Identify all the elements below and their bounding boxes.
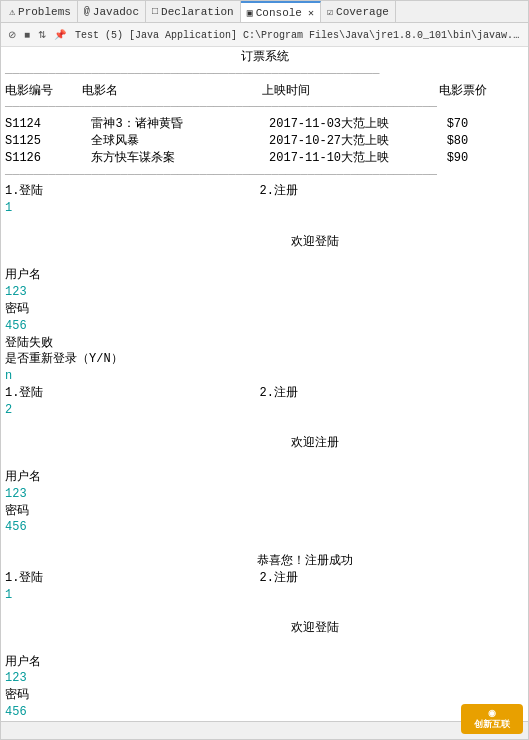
blank2 bbox=[5, 251, 524, 268]
tab-coverage[interactable]: ☑ Coverage bbox=[321, 1, 396, 22]
choice-1a: 1 bbox=[5, 200, 524, 217]
table-top-border: ────────────────────────────────────────… bbox=[5, 99, 524, 116]
problems-icon: ⚠ bbox=[9, 6, 15, 18]
console-title: 订票系统 bbox=[5, 49, 524, 66]
declaration-icon: □ bbox=[152, 6, 158, 17]
status-bar: ◉ 创新互联 bbox=[1, 721, 528, 739]
password-input-3: 456 bbox=[5, 704, 524, 721]
password-label-2: 密码 bbox=[5, 503, 524, 520]
watermark: ◉ 创新互联 bbox=[461, 704, 523, 734]
welcome-login-2: 欢迎登陆 bbox=[5, 620, 524, 637]
username-input-2: 123 bbox=[5, 486, 524, 503]
tab-coverage-label: Coverage bbox=[336, 6, 389, 18]
choice-2: 2 bbox=[5, 402, 524, 419]
movie-row-1: S1124 雷神3：诸神黄昏 2017-11-03大范上映 $70 bbox=[5, 116, 524, 133]
welcome-login-1: 欢迎登陆 bbox=[5, 234, 524, 251]
scroll-lock-button[interactable]: ⇅ bbox=[35, 28, 49, 41]
blank4 bbox=[5, 452, 524, 469]
tab-declaration[interactable]: □ Declaration bbox=[146, 1, 241, 22]
password-label-3: 密码 bbox=[5, 687, 524, 704]
coverage-icon: ☑ bbox=[327, 6, 333, 18]
console-area: 订票系统 ───────────────────────────────────… bbox=[1, 47, 528, 721]
watermark-label: 创新互联 bbox=[474, 718, 510, 731]
tab-problems[interactable]: ⚠ Problems bbox=[3, 1, 78, 22]
tab-bar: ⚠ Problems @ Javadoc □ Declaration ▣ Con… bbox=[1, 1, 528, 23]
tab-javadoc-label: Javadoc bbox=[93, 6, 139, 18]
blank5 bbox=[5, 536, 524, 553]
username-input-1: 123 bbox=[5, 284, 524, 301]
movie-row-2: S1125 全球风暴 2017-10-27大范上映 $80 bbox=[5, 133, 524, 150]
toolbar: ⊘ ■ ⇅ 📌 Test (5) [Java Application] C:\P… bbox=[1, 23, 528, 47]
blank3 bbox=[5, 419, 524, 436]
password-input-1: 456 bbox=[5, 318, 524, 335]
menu-line-3: 1.登陆 2.注册 bbox=[5, 570, 524, 587]
choice-1b: 1 bbox=[5, 587, 524, 604]
tab-console[interactable]: ▣ Console ✕ bbox=[241, 1, 321, 22]
menu-line-1: 1.登陆 2.注册 bbox=[5, 183, 524, 200]
javadoc-icon: @ bbox=[84, 6, 90, 17]
username-input-3: 123 bbox=[5, 670, 524, 687]
menu-line-2: 1.登陆 2.注册 bbox=[5, 385, 524, 402]
username-label-2: 用户名 bbox=[5, 469, 524, 486]
username-label-3: 用户名 bbox=[5, 654, 524, 671]
blank6 bbox=[5, 603, 524, 620]
table-bottom-border: ────────────────────────────────────────… bbox=[5, 167, 524, 184]
title-separator: ────────────────────────────────────────… bbox=[5, 66, 524, 83]
clear-button[interactable]: ⊘ bbox=[5, 28, 19, 41]
login-fail: 登陆失败 bbox=[5, 335, 524, 352]
password-label-1: 密码 bbox=[5, 301, 524, 318]
retry-prompt: 是否重新登录（Y/N） bbox=[5, 351, 524, 368]
watermark-logo: ◉ bbox=[488, 708, 496, 718]
welcome-register: 欢迎注册 bbox=[5, 435, 524, 452]
terminate-button[interactable]: ■ bbox=[21, 28, 33, 41]
password-input-2: 456 bbox=[5, 519, 524, 536]
table-header: 电影编号 电影名 上映时间 电影票价 bbox=[5, 83, 524, 100]
blank1 bbox=[5, 217, 524, 234]
tab-javadoc[interactable]: @ Javadoc bbox=[78, 1, 146, 22]
tab-problems-label: Problems bbox=[18, 6, 71, 18]
blank7 bbox=[5, 637, 524, 654]
retry-input: n bbox=[5, 368, 524, 385]
tab-close-icon[interactable]: ✕ bbox=[308, 7, 314, 19]
movie-row-3: S1126 东方快车谋杀案 2017-11-10大范上映 $90 bbox=[5, 150, 524, 167]
tab-console-label: Console bbox=[256, 7, 302, 19]
thank-you: 恭喜您！注册成功 bbox=[5, 553, 524, 570]
tab-declaration-label: Declaration bbox=[161, 6, 234, 18]
pin-button[interactable]: 📌 bbox=[51, 28, 69, 41]
console-icon: ▣ bbox=[247, 7, 253, 19]
toolbar-path: Test (5) [Java Application] C:\Program F… bbox=[75, 28, 524, 42]
username-label-1: 用户名 bbox=[5, 267, 524, 284]
